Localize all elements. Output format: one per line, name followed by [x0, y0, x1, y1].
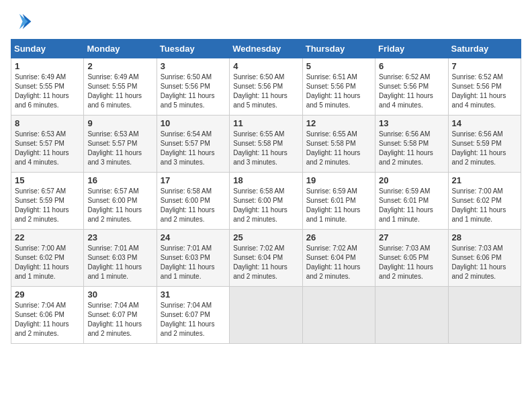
day-number: 22	[15, 232, 80, 242]
week-row-3: 15Sunrise: 6:57 AM Sunset: 5:59 PM Dayli…	[11, 173, 521, 230]
day-info: Sunrise: 6:57 AM Sunset: 6:00 PM Dayligh…	[87, 187, 152, 224]
col-header-friday: Friday	[375, 40, 448, 58]
day-number: 6	[379, 61, 444, 71]
calendar-cell: 28Sunrise: 7:03 AM Sunset: 6:06 PM Dayli…	[448, 230, 521, 287]
calendar-cell: 11Sunrise: 6:55 AM Sunset: 5:58 PM Dayli…	[230, 116, 302, 173]
calendar-cell: 30Sunrise: 7:04 AM Sunset: 6:07 PM Dayli…	[84, 287, 157, 344]
day-info: Sunrise: 6:58 AM Sunset: 6:00 PM Dayligh…	[233, 187, 298, 224]
day-info: Sunrise: 6:54 AM Sunset: 5:57 PM Dayligh…	[161, 130, 226, 167]
calendar-cell: 21Sunrise: 7:00 AM Sunset: 6:02 PM Dayli…	[448, 173, 521, 230]
day-number: 13	[379, 118, 444, 128]
day-info: Sunrise: 7:02 AM Sunset: 6:04 PM Dayligh…	[233, 244, 298, 281]
week-row-1: 1Sunrise: 6:49 AM Sunset: 5:55 PM Daylig…	[11, 58, 521, 116]
col-header-wednesday: Wednesday	[230, 40, 302, 58]
day-number: 1	[15, 61, 80, 71]
calendar-cell: 26Sunrise: 7:02 AM Sunset: 6:04 PM Dayli…	[302, 230, 375, 287]
day-number: 9	[87, 118, 152, 128]
day-number: 10	[161, 118, 226, 128]
calendar-cell: 3Sunrise: 6:50 AM Sunset: 5:56 PM Daylig…	[157, 58, 229, 116]
day-info: Sunrise: 6:55 AM Sunset: 5:58 PM Dayligh…	[306, 130, 371, 167]
day-number: 14	[452, 118, 517, 128]
calendar-cell: 9Sunrise: 6:53 AM Sunset: 5:57 PM Daylig…	[84, 116, 157, 173]
day-info: Sunrise: 7:03 AM Sunset: 6:06 PM Dayligh…	[452, 244, 517, 281]
calendar-cell: 18Sunrise: 6:58 AM Sunset: 6:00 PM Dayli…	[230, 173, 302, 230]
calendar-cell	[230, 287, 302, 344]
day-info: Sunrise: 7:00 AM Sunset: 6:02 PM Dayligh…	[452, 187, 517, 224]
day-info: Sunrise: 6:49 AM Sunset: 5:55 PM Dayligh…	[15, 73, 80, 110]
calendar-cell: 22Sunrise: 7:00 AM Sunset: 6:02 PM Dayli…	[11, 230, 84, 287]
day-number: 8	[15, 118, 80, 128]
calendar-table: SundayMondayTuesdayWednesdayThursdayFrid…	[11, 39, 521, 344]
calendar-cell: 13Sunrise: 6:56 AM Sunset: 5:58 PM Dayli…	[375, 116, 448, 173]
calendar-cell: 6Sunrise: 6:52 AM Sunset: 5:56 PM Daylig…	[375, 58, 448, 116]
week-row-5: 29Sunrise: 7:04 AM Sunset: 6:06 PM Dayli…	[11, 287, 521, 344]
calendar-cell: 25Sunrise: 7:02 AM Sunset: 6:04 PM Dayli…	[230, 230, 302, 287]
day-info: Sunrise: 6:56 AM Sunset: 5:58 PM Dayligh…	[379, 130, 444, 167]
day-number: 20	[379, 175, 444, 185]
day-info: Sunrise: 7:01 AM Sunset: 6:03 PM Dayligh…	[87, 244, 152, 281]
day-info: Sunrise: 6:49 AM Sunset: 5:55 PM Dayligh…	[87, 73, 152, 110]
day-number: 27	[379, 232, 444, 242]
day-number: 15	[15, 175, 80, 185]
logo	[11, 11, 35, 32]
calendar-cell: 19Sunrise: 6:59 AM Sunset: 6:01 PM Dayli…	[302, 173, 375, 230]
col-header-monday: Monday	[84, 40, 157, 58]
calendar-cell: 4Sunrise: 6:50 AM Sunset: 5:56 PM Daylig…	[230, 58, 302, 116]
day-number: 30	[87, 289, 152, 300]
day-info: Sunrise: 6:59 AM Sunset: 6:01 PM Dayligh…	[379, 187, 444, 224]
day-number: 24	[161, 232, 226, 242]
day-number: 11	[233, 118, 298, 128]
calendar-cell	[375, 287, 448, 344]
day-info: Sunrise: 6:52 AM Sunset: 5:56 PM Dayligh…	[379, 73, 444, 110]
day-info: Sunrise: 7:04 AM Sunset: 6:07 PM Dayligh…	[87, 301, 152, 338]
calendar-cell: 23Sunrise: 7:01 AM Sunset: 6:03 PM Dayli…	[84, 230, 157, 287]
calendar-cell: 27Sunrise: 7:03 AM Sunset: 6:05 PM Dayli…	[375, 230, 448, 287]
day-info: Sunrise: 6:51 AM Sunset: 5:56 PM Dayligh…	[306, 73, 371, 110]
day-number: 5	[306, 61, 371, 71]
day-number: 28	[452, 232, 517, 242]
day-info: Sunrise: 7:04 AM Sunset: 6:07 PM Dayligh…	[161, 301, 226, 338]
col-header-tuesday: Tuesday	[157, 40, 229, 58]
day-info: Sunrise: 6:56 AM Sunset: 5:59 PM Dayligh…	[452, 130, 517, 167]
calendar-cell	[448, 287, 521, 344]
calendar-cell: 12Sunrise: 6:55 AM Sunset: 5:58 PM Dayli…	[302, 116, 375, 173]
day-number: 31	[161, 289, 226, 300]
day-number: 26	[306, 232, 371, 242]
col-header-sunday: Sunday	[11, 40, 84, 58]
day-info: Sunrise: 6:55 AM Sunset: 5:58 PM Dayligh…	[233, 130, 298, 167]
day-number: 2	[87, 61, 152, 71]
col-header-saturday: Saturday	[448, 40, 521, 58]
day-number: 23	[87, 232, 152, 242]
calendar-cell: 16Sunrise: 6:57 AM Sunset: 6:00 PM Dayli…	[84, 173, 157, 230]
day-info: Sunrise: 6:52 AM Sunset: 5:56 PM Dayligh…	[452, 73, 517, 110]
calendar-cell: 17Sunrise: 6:58 AM Sunset: 6:00 PM Dayli…	[157, 173, 229, 230]
day-info: Sunrise: 6:50 AM Sunset: 5:56 PM Dayligh…	[161, 73, 226, 110]
calendar-cell: 8Sunrise: 6:53 AM Sunset: 5:57 PM Daylig…	[11, 116, 84, 173]
day-info: Sunrise: 6:58 AM Sunset: 6:00 PM Dayligh…	[161, 187, 226, 224]
calendar-cell: 7Sunrise: 6:52 AM Sunset: 5:56 PM Daylig…	[448, 58, 521, 116]
day-number: 16	[87, 175, 152, 185]
header-row: SundayMondayTuesdayWednesdayThursdayFrid…	[11, 40, 521, 58]
calendar-cell: 24Sunrise: 7:01 AM Sunset: 6:03 PM Dayli…	[157, 230, 229, 287]
day-info: Sunrise: 6:53 AM Sunset: 5:57 PM Dayligh…	[15, 130, 80, 167]
day-number: 19	[306, 175, 371, 185]
calendar-cell: 31Sunrise: 7:04 AM Sunset: 6:07 PM Dayli…	[157, 287, 229, 344]
day-info: Sunrise: 6:53 AM Sunset: 5:57 PM Dayligh…	[87, 130, 152, 167]
calendar-cell: 1Sunrise: 6:49 AM Sunset: 5:55 PM Daylig…	[11, 58, 84, 116]
day-number: 21	[452, 175, 517, 185]
calendar-cell: 2Sunrise: 6:49 AM Sunset: 5:55 PM Daylig…	[84, 58, 157, 116]
calendar-cell: 10Sunrise: 6:54 AM Sunset: 5:57 PM Dayli…	[157, 116, 229, 173]
day-number: 12	[306, 118, 371, 128]
day-number: 4	[233, 61, 298, 71]
day-info: Sunrise: 7:03 AM Sunset: 6:05 PM Dayligh…	[379, 244, 444, 281]
day-number: 17	[161, 175, 226, 185]
day-number: 25	[233, 232, 298, 242]
calendar-cell: 5Sunrise: 6:51 AM Sunset: 5:56 PM Daylig…	[302, 58, 375, 116]
page-header	[11, 11, 521, 32]
day-info: Sunrise: 6:59 AM Sunset: 6:01 PM Dayligh…	[306, 187, 371, 224]
day-info: Sunrise: 7:02 AM Sunset: 6:04 PM Dayligh…	[306, 244, 371, 281]
calendar-cell: 29Sunrise: 7:04 AM Sunset: 6:06 PM Dayli…	[11, 287, 84, 344]
day-info: Sunrise: 7:04 AM Sunset: 6:06 PM Dayligh…	[15, 301, 80, 338]
day-info: Sunrise: 6:50 AM Sunset: 5:56 PM Dayligh…	[233, 73, 298, 110]
calendar-cell: 14Sunrise: 6:56 AM Sunset: 5:59 PM Dayli…	[448, 116, 521, 173]
